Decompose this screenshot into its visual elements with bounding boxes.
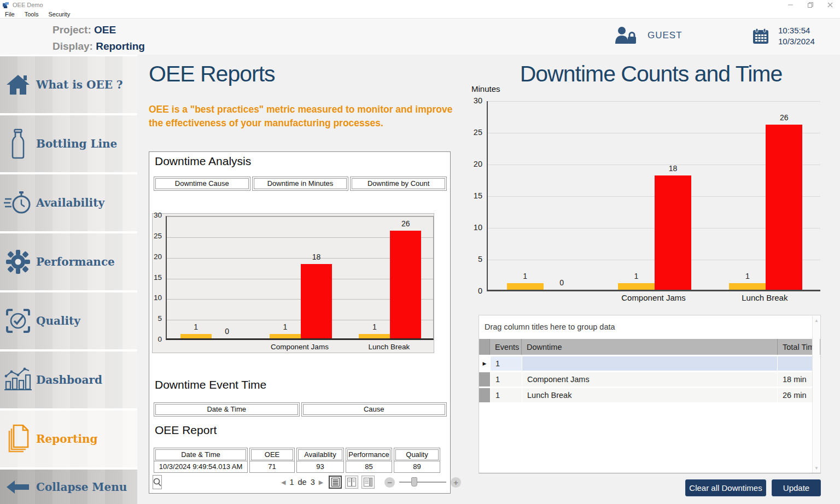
page-title: OEE Reports (149, 61, 275, 87)
column-header: OEE (249, 448, 295, 462)
sidebar-item-availability[interactable]: Availability (0, 174, 137, 231)
grid-scrollbar[interactable]: ▲ ▼ (812, 316, 820, 473)
report-cell-datetime: 10/3/2024 9:49:54.013 AM (154, 461, 248, 473)
column-header: Downtime in Minutes (252, 177, 349, 191)
column-header-events[interactable]: Events (490, 339, 522, 355)
plot-area: 10118126 (487, 101, 820, 291)
sidebar-item-label: Bottling Line (36, 137, 117, 150)
bar-downtime-in-minutes (766, 125, 802, 290)
bar-value-label: 0 (215, 327, 239, 336)
project-label: Project: (52, 24, 91, 36)
grid-row[interactable]: 1Lunch Break26 min (479, 388, 820, 402)
scroll-down-icon[interactable]: ▼ (813, 466, 820, 471)
page-of-label: de (298, 478, 307, 487)
bar-value-label: 18 (661, 164, 685, 173)
row-indicator-header (479, 339, 490, 355)
page-width-view-icon[interactable] (361, 476, 375, 489)
window-title: OEE Demo (13, 2, 43, 8)
downtime-event-time-title: Downtime Event Time (155, 378, 266, 391)
x-axis-label: Lunch Break (345, 343, 434, 351)
x-axis-label: Component Jams (598, 293, 709, 302)
sidebar-item-label: Availability (36, 196, 104, 209)
zoom-slider-handle[interactable] (411, 477, 417, 487)
zoom-out-icon[interactable]: − (384, 477, 395, 488)
bar-downtime-in-minutes (301, 264, 332, 338)
downtime-counts-chart: 051015202530 10118126 Component JamsLunc… (462, 0, 840, 306)
app-window: OEE Demo File Tools Security Project: OE… (0, 0, 840, 504)
bar-value-label: 18 (305, 253, 329, 261)
plot-area: 10118126 (166, 216, 434, 340)
zoom-slider[interactable] (399, 482, 446, 483)
magnifier-icon (153, 478, 161, 487)
downtime-report-panel: Downtime Analysis Downtime Cause Downtim… (149, 151, 451, 494)
project-value: OEE (94, 24, 116, 36)
grid-cell: 1 (491, 372, 522, 386)
sidebar-item-what-is-oee[interactable]: What is OEE ? (0, 56, 137, 113)
update-button[interactable]: Update (772, 479, 821, 496)
sidebar-item-bottling-line[interactable]: Bottling Line (0, 115, 137, 172)
sidebar-item-reporting[interactable]: Reporting (0, 411, 137, 467)
total-pages: 3 (311, 478, 315, 487)
clear-all-downtimes-button[interactable]: Clear all Downtimes (685, 479, 766, 496)
column-header: Downtime by Count (350, 177, 447, 191)
report-cell-oee: 71 (249, 461, 295, 473)
oee-report-title: OEE Report (155, 424, 217, 437)
collapse-menu-label: Collapse Menu (36, 480, 127, 494)
bar-value-label: 0 (550, 278, 574, 287)
menu-file[interactable]: File (0, 11, 20, 17)
column-header: Quality (394, 448, 440, 462)
grid-header-row: Events Downtime Total Time (479, 339, 820, 355)
single-page-view-icon[interactable] (329, 476, 342, 489)
bar-value-label: 26 (394, 219, 418, 228)
gear-icon (0, 249, 36, 274)
bar-downtime-by-count (729, 283, 766, 290)
sidebar-item-quality[interactable]: Quality (0, 292, 137, 349)
current-page: 1 (289, 478, 294, 487)
column-header-downtime[interactable]: Downtime (522, 339, 778, 355)
bar-value-label: 1 (184, 323, 208, 331)
row-indicator: ▶ (479, 356, 490, 371)
documents-icon (0, 424, 36, 454)
x-axis-labels: Component JamsLunch Break (166, 343, 434, 353)
search-zoom-button[interactable] (153, 475, 162, 489)
zoom-in-icon[interactable]: + (451, 477, 461, 488)
stopwatch-icon (0, 190, 36, 215)
sidebar-item-label: Dashboard (36, 373, 102, 386)
sidebar-collapse-menu[interactable]: Collapse Menu (0, 470, 137, 504)
bar-downtime-by-count (618, 283, 655, 290)
column-header: Availablity (296, 448, 344, 462)
display-label: Display: (52, 40, 93, 52)
row-indicator (479, 372, 490, 386)
two-page-view-icon[interactable] (345, 476, 358, 489)
project-line: Project: OEE (52, 24, 116, 36)
sidebar-item-performance[interactable]: Performance (0, 233, 137, 290)
app-icon (3, 2, 9, 8)
menu-security[interactable]: Security (43, 11, 75, 17)
bar-value-label: 1 (625, 272, 649, 280)
row-indicator (479, 388, 490, 402)
group-by-drop-zone[interactable]: Drag column titles here to group data (479, 315, 820, 339)
grid-cell: 1 (491, 356, 522, 371)
scroll-up-icon[interactable]: ▲ (813, 318, 820, 323)
menu-tools[interactable]: Tools (20, 11, 44, 17)
sidebar-item-label: What is OEE ? (36, 78, 123, 91)
bar-value-label: 1 (736, 272, 760, 280)
prev-page-icon[interactable]: ◀ (281, 479, 285, 486)
report-cell-availability: 93 (296, 461, 344, 473)
bar-value-label: 1 (273, 323, 298, 331)
display-value: Reporting (96, 40, 145, 52)
y-axis-ticks: 051015202530 (462, 101, 484, 291)
grid-cell: 1 (491, 388, 522, 402)
grid-row[interactable]: ▶1 (479, 356, 820, 371)
sidebar-item-label: Performance (36, 255, 115, 268)
next-page-icon[interactable]: ▶ (319, 479, 323, 486)
downtime-event-header-row: Date & Time Cause (154, 402, 447, 417)
sidebar-item-dashboard[interactable]: Dashboard (0, 351, 137, 408)
column-header: Downtime Cause (154, 177, 250, 191)
bottle-icon (0, 128, 36, 159)
downtime-analysis-chart: 051015202530 10118126 Component JamsLunc… (152, 213, 434, 353)
downtime-analysis-header-row: Downtime Cause Downtime in Minutes Downt… (154, 177, 447, 191)
grid-row[interactable]: 1Component Jams18 min (479, 372, 820, 386)
display-line: Display: Reporting (52, 40, 145, 52)
grid-cell: Component Jams (522, 372, 778, 386)
